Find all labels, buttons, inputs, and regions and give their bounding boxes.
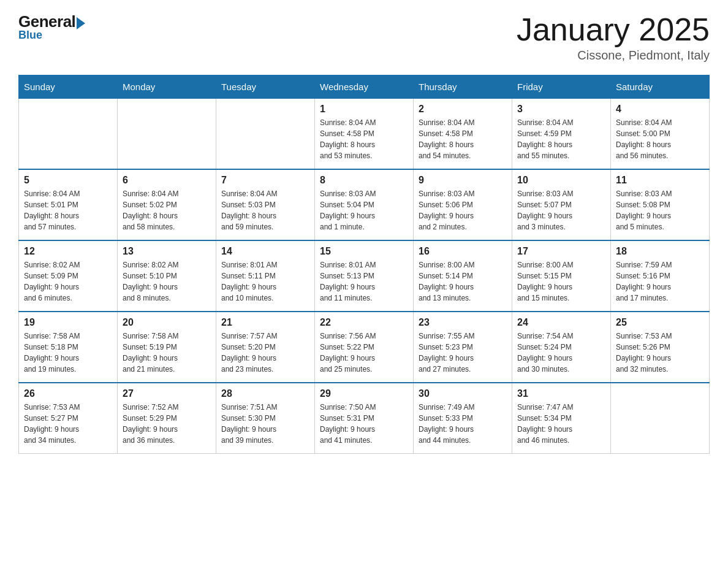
- header-sunday: Sunday: [19, 75, 118, 99]
- calendar-cell: 13Sunrise: 8:02 AM Sunset: 5:10 PM Dayli…: [118, 240, 216, 312]
- day-info: Sunrise: 8:04 AM Sunset: 4:58 PM Dayligh…: [320, 117, 408, 161]
- logo-blue-text: Blue: [18, 29, 42, 42]
- calendar-cell: 31Sunrise: 7:47 AM Sunset: 5:34 PM Dayli…: [512, 383, 611, 454]
- day-number: 18: [616, 246, 704, 257]
- day-info: Sunrise: 8:01 AM Sunset: 5:13 PM Dayligh…: [320, 259, 408, 304]
- day-info: Sunrise: 7:59 AM Sunset: 5:16 PM Dayligh…: [616, 259, 704, 304]
- calendar-cell: 9Sunrise: 8:03 AM Sunset: 5:06 PM Daylig…: [414, 169, 512, 240]
- calendar-cell: 27Sunrise: 7:52 AM Sunset: 5:29 PM Dayli…: [118, 383, 216, 454]
- calendar-cell: 21Sunrise: 7:57 AM Sunset: 5:20 PM Dayli…: [216, 312, 315, 383]
- day-info: Sunrise: 7:51 AM Sunset: 5:30 PM Dayligh…: [221, 402, 309, 446]
- day-info: Sunrise: 7:53 AM Sunset: 5:27 PM Dayligh…: [24, 402, 112, 446]
- day-number: 1: [320, 104, 408, 115]
- calendar-cell: [19, 99, 118, 170]
- calendar-cell: 6Sunrise: 8:04 AM Sunset: 5:02 PM Daylig…: [118, 169, 216, 240]
- day-number: 16: [419, 246, 507, 257]
- day-info: Sunrise: 7:47 AM Sunset: 5:34 PM Dayligh…: [517, 402, 605, 446]
- calendar-cell: 16Sunrise: 8:00 AM Sunset: 5:14 PM Dayli…: [414, 240, 512, 312]
- calendar-cell: 2Sunrise: 8:04 AM Sunset: 4:58 PM Daylig…: [414, 99, 512, 170]
- calendar-cell: 3Sunrise: 8:04 AM Sunset: 4:59 PM Daylig…: [512, 99, 611, 170]
- day-info: Sunrise: 7:58 AM Sunset: 5:18 PM Dayligh…: [24, 331, 112, 375]
- day-number: 9: [419, 175, 507, 186]
- day-number: 31: [517, 388, 605, 399]
- day-info: Sunrise: 8:03 AM Sunset: 5:08 PM Dayligh…: [616, 188, 704, 232]
- day-info: Sunrise: 8:04 AM Sunset: 5:02 PM Dayligh…: [123, 188, 211, 232]
- day-number: 23: [419, 317, 507, 328]
- calendar-cell: 15Sunrise: 8:01 AM Sunset: 5:13 PM Dayli…: [315, 240, 414, 312]
- day-number: 13: [123, 246, 211, 257]
- day-number: 21: [221, 317, 309, 328]
- day-number: 3: [517, 104, 605, 115]
- day-info: Sunrise: 8:00 AM Sunset: 5:15 PM Dayligh…: [517, 259, 605, 304]
- calendar-cell: 17Sunrise: 8:00 AM Sunset: 5:15 PM Dayli…: [512, 240, 611, 312]
- logo: General Blue: [18, 12, 85, 42]
- day-number: 14: [221, 246, 309, 257]
- day-number: 20: [123, 317, 211, 328]
- day-info: Sunrise: 7:57 AM Sunset: 5:20 PM Dayligh…: [221, 331, 309, 375]
- day-info: Sunrise: 7:49 AM Sunset: 5:33 PM Dayligh…: [419, 402, 507, 446]
- calendar-cell: 29Sunrise: 7:50 AM Sunset: 5:31 PM Dayli…: [315, 383, 414, 454]
- day-number: 17: [517, 246, 605, 257]
- calendar-cell: 23Sunrise: 7:55 AM Sunset: 5:23 PM Dayli…: [414, 312, 512, 383]
- day-number: 5: [24, 175, 112, 186]
- day-info: Sunrise: 8:04 AM Sunset: 5:00 PM Dayligh…: [616, 117, 704, 161]
- day-number: 12: [24, 246, 112, 257]
- day-info: Sunrise: 7:53 AM Sunset: 5:26 PM Dayligh…: [616, 331, 704, 375]
- calendar-cell: 28Sunrise: 7:51 AM Sunset: 5:30 PM Dayli…: [216, 383, 315, 454]
- day-info: Sunrise: 7:54 AM Sunset: 5:24 PM Dayligh…: [517, 331, 605, 375]
- day-number: 19: [24, 317, 112, 328]
- calendar-cell: 24Sunrise: 7:54 AM Sunset: 5:24 PM Dayli…: [512, 312, 611, 383]
- day-info: Sunrise: 7:58 AM Sunset: 5:19 PM Dayligh…: [123, 331, 211, 375]
- header-wednesday: Wednesday: [315, 75, 414, 99]
- calendar-cell: [611, 383, 710, 454]
- day-number: 25: [616, 317, 704, 328]
- month-title: January 2025: [517, 12, 710, 47]
- day-info: Sunrise: 7:50 AM Sunset: 5:31 PM Dayligh…: [320, 402, 408, 446]
- calendar-table: Sunday Monday Tuesday Wednesday Thursday…: [18, 75, 710, 454]
- day-info: Sunrise: 8:04 AM Sunset: 4:58 PM Dayligh…: [419, 117, 507, 161]
- calendar-cell: 14Sunrise: 8:01 AM Sunset: 5:11 PM Dayli…: [216, 240, 315, 312]
- calendar-cell: 20Sunrise: 7:58 AM Sunset: 5:19 PM Dayli…: [118, 312, 216, 383]
- header-row: Sunday Monday Tuesday Wednesday Thursday…: [19, 75, 710, 99]
- day-number: 6: [123, 175, 211, 186]
- day-info: Sunrise: 8:03 AM Sunset: 5:06 PM Dayligh…: [419, 188, 507, 232]
- calendar-body: 1Sunrise: 8:04 AM Sunset: 4:58 PM Daylig…: [19, 99, 710, 454]
- calendar-cell: 19Sunrise: 7:58 AM Sunset: 5:18 PM Dayli…: [19, 312, 118, 383]
- header-monday: Monday: [118, 75, 216, 99]
- calendar-cell: [118, 99, 216, 170]
- day-info: Sunrise: 8:04 AM Sunset: 4:59 PM Dayligh…: [517, 117, 605, 161]
- day-number: 11: [616, 175, 704, 186]
- calendar-cell: 7Sunrise: 8:04 AM Sunset: 5:03 PM Daylig…: [216, 169, 315, 240]
- day-number: 22: [320, 317, 408, 328]
- calendar-cell: 5Sunrise: 8:04 AM Sunset: 5:01 PM Daylig…: [19, 169, 118, 240]
- title-section: January 2025 Cissone, Piedmont, Italy: [517, 12, 710, 63]
- location-text: Cissone, Piedmont, Italy: [517, 48, 710, 63]
- page-header: General Blue January 2025 Cissone, Piedm…: [18, 12, 710, 63]
- calendar-cell: 30Sunrise: 7:49 AM Sunset: 5:33 PM Dayli…: [414, 383, 512, 454]
- day-number: 8: [320, 175, 408, 186]
- calendar-cell: 8Sunrise: 8:03 AM Sunset: 5:04 PM Daylig…: [315, 169, 414, 240]
- day-info: Sunrise: 8:03 AM Sunset: 5:07 PM Dayligh…: [517, 188, 605, 232]
- header-tuesday: Tuesday: [216, 75, 315, 99]
- day-number: 10: [517, 175, 605, 186]
- day-info: Sunrise: 8:03 AM Sunset: 5:04 PM Dayligh…: [320, 188, 408, 232]
- day-info: Sunrise: 7:56 AM Sunset: 5:22 PM Dayligh…: [320, 331, 408, 375]
- calendar-week-2: 5Sunrise: 8:04 AM Sunset: 5:01 PM Daylig…: [19, 169, 710, 240]
- calendar-cell: 12Sunrise: 8:02 AM Sunset: 5:09 PM Dayli…: [19, 240, 118, 312]
- calendar-cell: 18Sunrise: 7:59 AM Sunset: 5:16 PM Dayli…: [611, 240, 710, 312]
- day-number: 30: [419, 388, 507, 399]
- day-info: Sunrise: 8:02 AM Sunset: 5:09 PM Dayligh…: [24, 259, 112, 304]
- day-info: Sunrise: 8:01 AM Sunset: 5:11 PM Dayligh…: [221, 259, 309, 304]
- calendar-header: Sunday Monday Tuesday Wednesday Thursday…: [19, 75, 710, 99]
- day-number: 29: [320, 388, 408, 399]
- calendar-week-4: 19Sunrise: 7:58 AM Sunset: 5:18 PM Dayli…: [19, 312, 710, 383]
- calendar-cell: 4Sunrise: 8:04 AM Sunset: 5:00 PM Daylig…: [611, 99, 710, 170]
- header-thursday: Thursday: [414, 75, 512, 99]
- calendar-cell: 25Sunrise: 7:53 AM Sunset: 5:26 PM Dayli…: [611, 312, 710, 383]
- day-number: 27: [123, 388, 211, 399]
- day-number: 28: [221, 388, 309, 399]
- calendar-week-5: 26Sunrise: 7:53 AM Sunset: 5:27 PM Dayli…: [19, 383, 710, 454]
- day-number: 2: [419, 104, 507, 115]
- day-number: 26: [24, 388, 112, 399]
- logo-arrow-icon: [77, 17, 85, 29]
